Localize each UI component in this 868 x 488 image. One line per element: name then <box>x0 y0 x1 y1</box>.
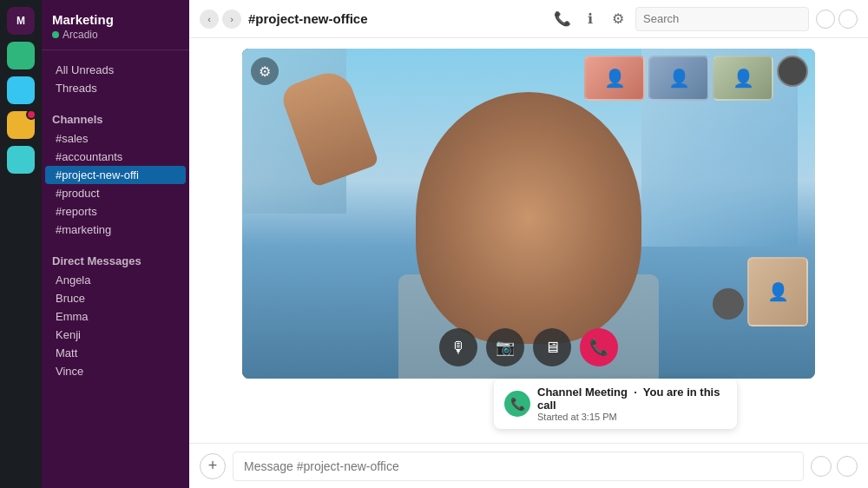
message-input-bar: + <box>189 443 868 488</box>
thumb-face-bottom: 👤 <box>749 259 806 325</box>
add-button[interactable]: + <box>200 453 226 479</box>
video-settings-icon[interactable]: ⚙ <box>251 57 279 85</box>
topbar-actions: 📞 ℹ ⚙ <box>552 7 858 31</box>
mute-button[interactable]: 🎙 <box>439 328 477 366</box>
person-face <box>416 92 641 344</box>
sidebar-section-unreads: All Unreads Threads <box>42 50 189 101</box>
sidebar-dm-angela[interactable]: Angela <box>45 271 186 289</box>
video-thumbnail-3: 👤 <box>713 56 773 101</box>
dm-label[interactable]: Direct Messages <box>42 253 189 271</box>
thumb-face-2: 👤 <box>650 57 707 99</box>
channels-label[interactable]: Channels <box>42 111 189 129</box>
call-controls: 🎙 📷 🖥 📞 <box>439 328 618 366</box>
sidebar-channel-project-new-office[interactable]: #project-new-offi <box>45 166 186 184</box>
input-circle-1 <box>811 456 832 477</box>
sidebar-channel-sales[interactable]: #sales <box>45 129 186 148</box>
notif-content: Channel Meeting · You are in this call S… <box>537 386 727 422</box>
sidebar-header: Marketing Arcadio <box>42 0 189 50</box>
screen-share-button[interactable]: 🖥 <box>533 328 571 366</box>
input-circles <box>811 456 858 477</box>
thumb-face-1: 👤 <box>586 57 643 99</box>
notif-time: Started at 3:15 PM <box>537 412 727 422</box>
sidebar-item-all-unreads[interactable]: All Unreads <box>45 61 186 79</box>
sidebar-section-channels: Channels #sales #accountants #project-ne… <box>42 101 189 242</box>
nav-forward-button[interactable]: › <box>222 10 241 29</box>
status-dot <box>52 31 59 38</box>
end-call-button[interactable]: 📞 <box>580 328 618 366</box>
workspace-bar: M <box>0 0 42 488</box>
sidebar-dm-vince[interactable]: Vince <box>45 362 186 380</box>
main-content: ‹ › #project-new-office 📞 ℹ ⚙ <box>189 0 868 488</box>
notif-phone-icon: 📞 <box>504 391 530 417</box>
sidebar-dm-emma[interactable]: Emma <box>45 307 186 326</box>
search-input[interactable] <box>635 7 809 31</box>
video-bottom-circle <box>713 288 744 320</box>
video-thumbnails: 👤 👤 👤 <box>584 56 808 101</box>
ws-icon-4[interactable] <box>7 146 35 174</box>
video-toggle-button[interactable]: 📷 <box>486 328 524 366</box>
video-thumbnail-1: 👤 <box>584 56 645 101</box>
info-icon[interactable]: ℹ <box>580 9 601 30</box>
ws-icon-3[interactable] <box>7 111 35 139</box>
thumb-face-3: 👤 <box>714 57 772 99</box>
sidebar: Marketing Arcadio All Unreads Threads Ch… <box>42 0 189 488</box>
sidebar-section-dms: Direct Messages Angela Bruce Emma Kenji … <box>42 242 189 384</box>
video-thumbnail-2: 👤 <box>648 56 709 101</box>
ws-icon-1[interactable] <box>7 42 35 69</box>
sidebar-channel-reports[interactable]: #reports <box>45 202 186 221</box>
video-thumbnail-dark <box>777 56 808 87</box>
sidebar-channel-marketing[interactable]: #marketing <box>45 221 186 239</box>
topbar-circle-1 <box>816 10 835 29</box>
workspace-name[interactable]: Marketing <box>52 12 179 27</box>
sidebar-channel-product[interactable]: #product <box>45 184 186 202</box>
topbar-circles <box>816 10 858 29</box>
input-circle-2 <box>837 456 858 477</box>
settings-icon[interactable]: ⚙ <box>608 9 628 30</box>
sidebar-dm-matt[interactable]: Matt <box>45 344 186 362</box>
nav-buttons: ‹ › <box>200 10 241 29</box>
nav-back-button[interactable]: ‹ <box>200 10 219 29</box>
call-notification: 📞 Channel Meeting · You are in this call… <box>494 379 737 429</box>
sidebar-dm-bruce[interactable]: Bruce <box>45 289 186 307</box>
chat-area: ⚙ 👤 👤 👤 👤 🎙 <box>189 38 868 443</box>
topbar-circle-2 <box>838 10 858 29</box>
phone-icon[interactable]: 📞 <box>552 9 573 30</box>
channel-name: #project-new-office <box>248 11 545 26</box>
sidebar-item-threads[interactable]: Threads <box>45 79 186 97</box>
status-username: Arcadio <box>62 29 98 41</box>
sidebar-dm-kenji[interactable]: Kenji <box>45 326 186 344</box>
topbar: ‹ › #project-new-office 📞 ℹ ⚙ <box>189 0 868 38</box>
message-input[interactable] <box>233 452 804 481</box>
video-thumbnail-bottom-right: 👤 <box>747 257 808 326</box>
sidebar-channel-accountants[interactable]: #accountants <box>45 148 186 166</box>
ws-icon-marketing[interactable]: M <box>7 7 35 35</box>
notif-title: Channel Meeting · You are in this call <box>537 386 727 412</box>
workspace-status: Arcadio <box>52 29 179 41</box>
ws-icon-2[interactable] <box>7 76 35 104</box>
video-container: ⚙ 👤 👤 👤 👤 🎙 <box>242 49 815 379</box>
